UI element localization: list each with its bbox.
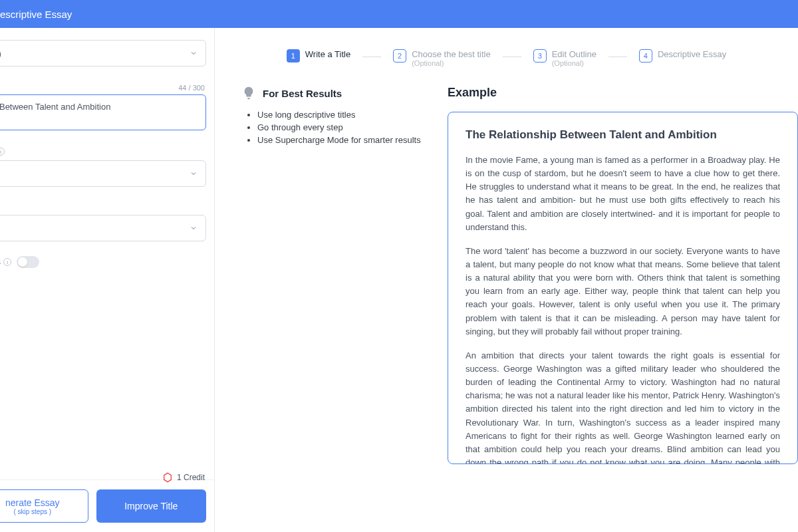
hexagon-icon <box>162 472 173 483</box>
info-icon[interactable]: i <box>3 258 11 266</box>
chevron-down-icon <box>190 170 198 178</box>
step-number: 4 <box>639 49 652 63</box>
form-area: lish) s * 44 / 300 ence i <box>0 40 214 479</box>
main-layout: lish) s * 44 / 300 ence i <box>0 28 798 532</box>
improve-label: Improve Title <box>124 501 178 511</box>
button-row: nerate Essay ( skip steps ) Improve Titl… <box>0 479 214 532</box>
tips-heading: For Best Results <box>263 88 342 99</box>
step-label: Edit Outline <box>552 49 597 59</box>
step-optional: (Optional) <box>412 59 491 67</box>
credit-text: 1 Credit <box>177 473 205 482</box>
step-divider <box>503 57 521 57</box>
step-label: Write a Title <box>305 49 350 59</box>
step-divider <box>362 57 381 57</box>
essay-paragraph: An ambition that directs your talent tow… <box>466 349 780 464</box>
step-label: Choose the best title <box>412 49 491 59</box>
paragraphs-label: s <box>0 201 206 211</box>
page-header: escriptive Essay <box>0 0 798 28</box>
step-2[interactable]: 2 Choose the best title (Optional) <box>393 49 491 67</box>
language-select[interactable]: lish) <box>0 40 206 66</box>
improve-title-button[interactable]: Improve Title <box>96 489 207 523</box>
content-columns: For Best Results Use long descriptive ti… <box>215 72 798 464</box>
paragraphs-field: s <box>0 201 206 241</box>
essay-title: The Relationship Between Talent and Ambi… <box>466 128 780 142</box>
resources-toggle[interactable] <box>17 256 39 268</box>
tips-panel: For Best Results Use long descriptive ti… <box>241 86 421 464</box>
example-panel: Example The Relationship Between Talent … <box>448 86 798 464</box>
language-field: lish) <box>0 40 206 66</box>
char-count: 44 / 300 <box>178 84 206 92</box>
form-sidebar: lish) s * 44 / 300 ence i <box>0 28 215 532</box>
example-heading: Example <box>448 86 798 100</box>
step-optional: (Optional) <box>552 59 597 67</box>
step-number: 2 <box>393 49 406 63</box>
example-essay: The Relationship Between Talent and Ambi… <box>448 112 798 464</box>
generate-label: nerate Essay <box>5 497 60 508</box>
credit-indicator: 1 Credit <box>162 472 205 483</box>
lightbulb-icon <box>241 86 256 100</box>
resources-label: ources i <box>0 257 11 267</box>
tip-item: Use long descriptive titles <box>257 110 421 120</box>
language-value: lish) <box>0 49 1 59</box>
generate-sublabel: ( skip steps ) <box>13 508 51 515</box>
resources-field: ources i <box>0 256 206 268</box>
topic-field: s * 44 / 300 <box>0 81 206 132</box>
tips-list: Use long descriptive titles Go through e… <box>241 110 421 145</box>
step-number: 1 <box>287 49 300 63</box>
content-area: 1 Write a Title 2 Choose the best title … <box>215 28 798 532</box>
stepper: 1 Write a Title 2 Choose the best title … <box>215 28 798 72</box>
svg-marker-0 <box>164 473 172 481</box>
audience-select[interactable] <box>0 160 206 187</box>
step-1[interactable]: 1 Write a Title <box>287 49 350 63</box>
step-4[interactable]: 4 Descriptive Essay <box>639 49 726 63</box>
topic-input[interactable] <box>0 94 206 130</box>
step-3[interactable]: 3 Edit Outline (Optional) <box>533 49 597 67</box>
essay-paragraph: The word 'talent' has become a buzzword … <box>466 245 780 338</box>
paragraphs-select[interactable] <box>0 215 206 241</box>
audience-field: ence i <box>0 147 206 187</box>
audience-label: ence i <box>0 147 206 156</box>
step-number: 3 <box>533 49 547 63</box>
chevron-down-icon <box>190 224 198 232</box>
step-divider <box>608 57 627 57</box>
info-icon[interactable]: i <box>0 148 5 156</box>
generate-essay-button[interactable]: nerate Essay ( skip steps ) <box>0 489 88 523</box>
tip-item: Go through every step <box>257 122 421 132</box>
essay-paragraph: In the movie Fame, a young man is famed … <box>466 154 780 234</box>
chevron-down-icon <box>190 49 198 57</box>
page-title: escriptive Essay <box>0 9 72 20</box>
tip-item: Use Supercharge Mode for smarter results <box>257 135 421 145</box>
step-label: Descriptive Essay <box>658 49 726 59</box>
